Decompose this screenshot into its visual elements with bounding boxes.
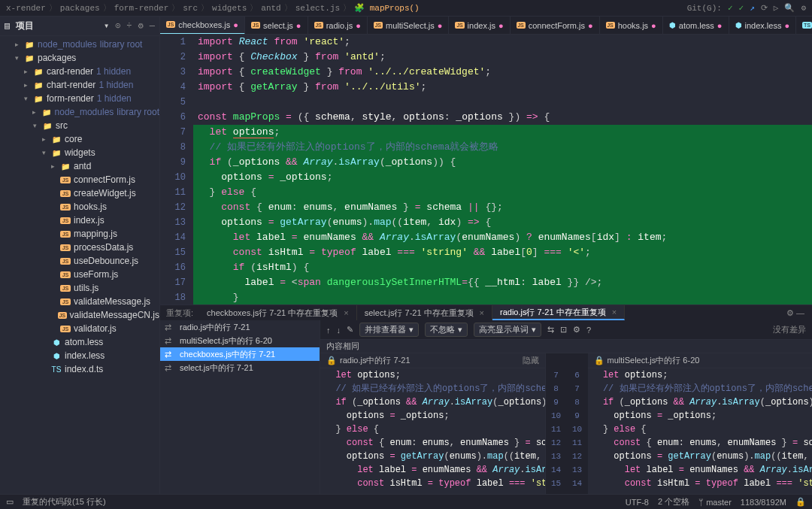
breadcrumb-item[interactable]: widgets — [212, 4, 247, 13]
highlight-select[interactable]: 高亮显示单词 ▾ — [474, 323, 541, 337]
memory[interactable]: 1183/8192M — [741, 498, 786, 507]
locate-icon[interactable]: ⊙ — [115, 20, 120, 32]
sync-icon[interactable]: ⊡ — [560, 325, 567, 335]
tree-item[interactable]: ▸📁antd — [0, 159, 159, 173]
editor-tab[interactable]: JShooks.js● — [600, 17, 663, 35]
git-branch[interactable]: ᛘ master — [698, 498, 732, 507]
duplicate-list-item[interactable]: ⇄checkboxes.js中的行 7-21 — [160, 347, 320, 361]
duplicate-list-item[interactable]: ⇄select.js中的行 7-21 — [160, 361, 320, 374]
git-update-icon[interactable]: ↗ — [750, 3, 755, 13]
run-icon[interactable]: ▷ — [774, 3, 779, 13]
chevron-icon[interactable]: ▸ — [30, 108, 38, 116]
editor-tab[interactable]: ⬢index.less● — [729, 17, 797, 35]
pane-a-code[interactable]: let options; // 如果已经有外部注入的options了，内部的sc… — [320, 368, 545, 494]
indent[interactable]: 2 个空格 — [658, 496, 689, 507]
close-icon[interactable]: × — [480, 308, 484, 317]
chevron-icon[interactable]: ▸ — [21, 68, 30, 75]
tree-item[interactable]: JSvalidateMessageCN.js — [0, 308, 159, 322]
breadcrumb-item[interactable]: 🧩 mapProps() — [354, 3, 420, 13]
readonly-icon[interactable]: 🔒 — [795, 497, 806, 507]
duplicate-list-item[interactable]: ⇄radio.js中的行 7-21 — [160, 320, 320, 334]
sort-icon[interactable]: ÷ — [126, 21, 132, 32]
file-tree[interactable]: ▸📁node_modules library root▾📁packages▸📁c… — [0, 36, 159, 494]
editor-tab[interactable]: JSmultiSelect.js● — [368, 17, 450, 35]
tree-item[interactable]: JSindex.js — [0, 214, 159, 227]
tree-item[interactable]: ▾📁form-render 1 hidden — [0, 92, 159, 105]
duplicate-list[interactable]: ⇄radio.js中的行 7-21⇄multiSelect.js中的行 6-20… — [160, 320, 320, 494]
tree-item[interactable]: JSuseDebounce.js — [0, 254, 159, 268]
tree-item[interactable]: ▸📁chart-render 1 hidden — [0, 78, 159, 92]
tool-gear-icon[interactable]: ⚙ — [573, 325, 580, 335]
tree-item[interactable]: ⬢atom.less — [0, 335, 159, 349]
status-left-icon[interactable]: ▭ — [6, 497, 14, 507]
tree-item[interactable]: ▸📁node_modules library root — [0, 105, 159, 119]
encoding[interactable]: UTF-8 — [626, 498, 649, 507]
close-icon[interactable]: × — [612, 308, 617, 317]
sidebar-dropdown-icon[interactable]: ▾ — [104, 20, 109, 32]
pane-b-code[interactable]: let options; // 如果已经有外部注入的options了，内部的sc… — [588, 368, 813, 494]
editor-tab[interactable]: JSradio.js● — [308, 17, 368, 35]
search-icon[interactable]: 🔍 — [784, 3, 795, 13]
chevron-icon[interactable]: ▸ — [39, 135, 48, 143]
breadcrumb-item[interactable]: select.js — [295, 4, 340, 13]
editor-tab[interactable]: ⬢atom.less● — [663, 17, 729, 35]
tree-item[interactable]: JSvalidator.js — [0, 322, 159, 335]
tree-item[interactable]: JSconnectForm.js — [0, 173, 159, 186]
duplicate-settings-icon[interactable]: ⚙ — — [779, 308, 812, 318]
git-commit-icon[interactable]: ✓ — [728, 3, 733, 13]
breadcrumb-item[interactable]: packages — [60, 4, 100, 13]
code-area[interactable]: 12345678910111213141516171819 import Rea… — [160, 35, 812, 304]
tree-item[interactable]: ▾📁widgets — [0, 146, 159, 159]
chevron-icon[interactable]: ▾ — [30, 122, 39, 129]
breadcrumb-item[interactable]: antd — [261, 4, 280, 13]
chevron-icon[interactable]: ▾ — [21, 95, 30, 102]
minimize-icon[interactable]: — — [150, 21, 155, 32]
collapse-icon[interactable]: ⇆ — [547, 325, 554, 335]
editor-tab[interactable]: JSindex.js● — [449, 17, 510, 35]
breadcrumb-item[interactable]: x-render — [6, 4, 46, 13]
gear-icon[interactable]: ⚙ — [138, 20, 144, 32]
duplicate-tab[interactable]: radio.js行 7-21 中存在重复项× — [492, 305, 625, 320]
editor-tab[interactable]: JSconnectForm.js● — [511, 17, 600, 35]
breadcrumb-item[interactable]: form-render — [114, 4, 169, 13]
tree-item[interactable]: TSindex.d.ts — [0, 362, 159, 376]
tree-item[interactable]: JSvalidateMessage.js — [0, 295, 159, 308]
chevron-icon[interactable]: ▾ — [39, 149, 48, 156]
tree-item[interactable]: JSuseForm.js — [0, 268, 159, 281]
editor-tab[interactable]: JScheckboxes.js● — [160, 17, 245, 35]
code-content[interactable]: import React from 'react';import { Check… — [193, 35, 812, 304]
git-push-icon[interactable]: ✓ — [739, 3, 744, 13]
edit-icon[interactable]: ✎ — [347, 325, 353, 335]
tree-label: chart-render — [47, 80, 95, 90]
prev-diff-icon[interactable]: ↑ — [326, 326, 331, 335]
editor-tab[interactable]: JSselect.js● — [245, 17, 308, 35]
duplicate-tab[interactable]: checkboxes.js行 7-21 中存在重复项× — [199, 305, 357, 320]
tree-item[interactable]: JSprocessData.js — [0, 241, 159, 254]
tree-item[interactable]: JSmapping.js — [0, 227, 159, 241]
hide-link[interactable]: 隐藏 — [523, 355, 539, 366]
chevron-icon[interactable]: ▾ — [12, 54, 21, 62]
duplicate-tab[interactable]: select.js行 7-21 中存在重复项× — [357, 305, 492, 320]
tree-item[interactable]: ⬢index.less — [0, 349, 159, 362]
ignore-select[interactable]: 不忽略 ▾ — [425, 323, 468, 337]
editor-tab[interactable]: TSindex.d.ts● — [796, 17, 812, 35]
duplicate-list-item[interactable]: ⇄multiSelect.js中的行 6-20 — [160, 334, 320, 347]
tree-item[interactable]: ▸📁core — [0, 132, 159, 146]
tree-item[interactable]: ▾📁packages — [0, 51, 159, 65]
help-icon[interactable]: ? — [586, 326, 591, 335]
tree-item[interactable]: JSutils.js — [0, 281, 159, 295]
breadcrumb-item[interactable]: src — [183, 4, 198, 13]
chevron-icon[interactable]: ▸ — [12, 41, 21, 48]
history-icon[interactable]: ⟳ — [761, 3, 768, 13]
tree-item[interactable]: JScreateWidget.js — [0, 186, 159, 200]
tree-item[interactable]: ▾📁src — [0, 119, 159, 132]
chevron-icon[interactable]: ▸ — [48, 162, 57, 170]
next-diff-icon[interactable]: ↓ — [337, 326, 341, 335]
tree-item[interactable]: ▸📁card-render 1 hidden — [0, 65, 159, 78]
settings-icon[interactable]: ⚙ — [801, 3, 806, 13]
tree-item[interactable]: ▸📁node_modules library root — [0, 38, 159, 51]
chevron-icon[interactable]: ▸ — [21, 81, 30, 89]
close-icon[interactable]: × — [344, 308, 348, 317]
tree-item[interactable]: JShooks.js — [0, 200, 159, 214]
viewer-select[interactable]: 并排查看器 ▾ — [359, 323, 419, 337]
